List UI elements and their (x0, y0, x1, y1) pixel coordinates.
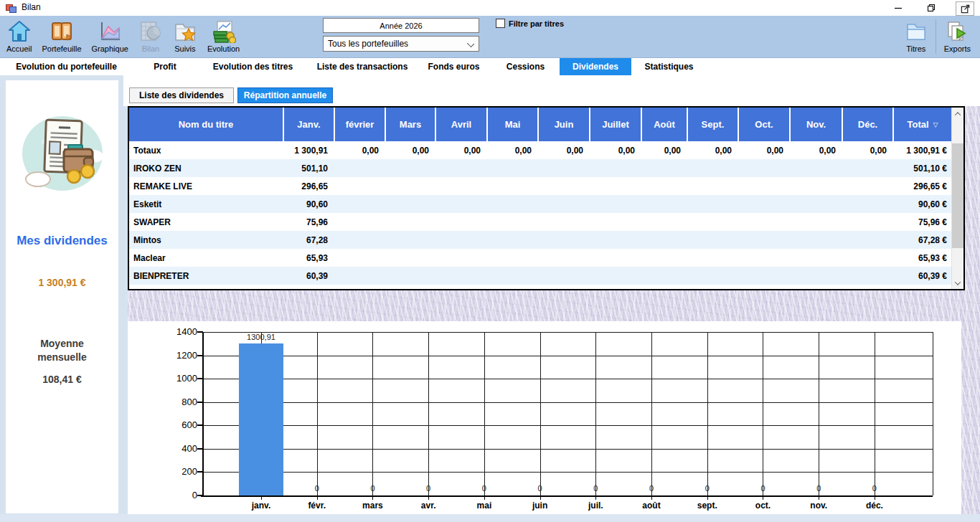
table-row-esketit[interactable]: Esketit90,6090,60 € (129, 195, 951, 213)
tab-cessions[interactable]: Cessions (491, 58, 560, 75)
y-axis-tick-label: 0 (156, 490, 197, 500)
toolbar-left-group: AccueilPortefeuilleGraphiqueBilanSuivisE… (1, 18, 245, 54)
cell-value (739, 249, 791, 267)
toolbar-button-titres[interactable]: Titres (900, 18, 933, 54)
table-header-cell[interactable]: Total▽ (894, 108, 951, 141)
cell-value (843, 159, 894, 177)
scrollbar-thumb[interactable] (952, 143, 963, 248)
table-row-totaux[interactable]: Totaux1 300,910,000,000,000,000,000,000,… (129, 141, 951, 159)
cell-value (688, 249, 739, 267)
bar-value-label: 1300,91 (232, 333, 290, 341)
cell-title-name: SWAPER (129, 213, 284, 231)
cell-title-name: BIENPRETER (129, 267, 284, 285)
table-header-cell[interactable]: Avril (436, 108, 488, 141)
column-header-total: Total (907, 119, 928, 130)
external-window-icon (960, 4, 971, 14)
tab-evolution-des-titres[interactable]: Evolution des titres (197, 58, 308, 75)
tab-statistiques[interactable]: Statistiques (631, 58, 707, 75)
subtab-liste-des-dividendes[interactable]: Liste des dividendes (129, 87, 234, 103)
report-icon (138, 19, 163, 44)
column-header-fevrier: février (346, 119, 374, 130)
table-header-cell[interactable]: Oct. (739, 108, 791, 141)
toolbar-button-exports[interactable]: Exports (939, 18, 976, 54)
sidebar-panel: Mes dividendes 1 300,91 € Moyenne mensue… (6, 80, 118, 513)
cell-value: 296,65 € (894, 177, 951, 195)
cell-value (539, 159, 590, 177)
minimize-button[interactable] (882, 0, 914, 16)
zero-value-label: 0 (400, 484, 457, 493)
plot-right-border (933, 332, 933, 495)
vertical-scrollbar[interactable] (951, 108, 963, 289)
dividends-bar-chart: 0200400600800100012001400janv.1300,91fév… (128, 321, 961, 514)
cell-value: 90,60 € (894, 195, 951, 213)
table-row-iroko-zen[interactable]: IROKO ZEN501,10501,10 € (129, 159, 951, 177)
cell-value (739, 159, 791, 177)
subtab-repartition-annuelle[interactable]: Répartition annuelle (237, 87, 333, 103)
table-row-mintos[interactable]: Mintos67,2867,28 € (129, 231, 951, 249)
table-header-cell[interactable]: Mai (488, 108, 539, 141)
table-header-cell[interactable]: Mars (386, 108, 436, 141)
dividends-illustration (17, 105, 108, 208)
cell-value: 75,96 € (894, 213, 951, 231)
cell-value (688, 159, 739, 177)
column-header-juin: Juin (555, 119, 574, 130)
cell-value (539, 195, 590, 213)
x-axis-label-janv: janv. (236, 500, 286, 511)
export-icon (945, 19, 969, 44)
tab-dividendes[interactable]: Dividendes (560, 58, 631, 75)
table-row-swaper[interactable]: SWAPER75,9675,96 € (129, 213, 951, 231)
chart-plot-area: 0200400600800100012001400janv.1300,91fév… (128, 321, 961, 514)
cell-value (335, 249, 386, 267)
scroll-down-button[interactable] (952, 277, 963, 289)
cell-value (386, 213, 436, 231)
cell-value (843, 249, 894, 267)
table-header-cell[interactable]: Juin (539, 108, 590, 141)
toolbar-button-bilan: Bilan (133, 18, 168, 54)
cell-value (436, 159, 488, 177)
tab-profit[interactable]: Profit (133, 58, 197, 75)
cell-value: 60,39 (284, 267, 335, 285)
table-row-maclear[interactable]: Maclear65,9365,93 € (129, 249, 951, 267)
filter-checkbox[interactable] (496, 19, 505, 28)
scroll-up-button[interactable] (952, 108, 963, 120)
table-header-cell[interactable]: Sept. (688, 108, 739, 141)
table-row-bienpreter[interactable]: BIENPRETER60,3960,39 € (129, 267, 951, 285)
cell-value: 0,00 (436, 141, 488, 159)
toolbar-button-portefeuille[interactable]: Portefeuille (37, 18, 86, 54)
tab-fonds-euros[interactable]: Fonds euros (416, 58, 491, 75)
toolbar-button-graphique[interactable]: Graphique (87, 18, 133, 54)
cell-value (436, 213, 488, 231)
table-header-cell[interactable]: février (335, 108, 386, 141)
gridline (484, 332, 485, 495)
toolbar-button-label: Accueil (6, 44, 32, 53)
dividends-table: Nom du titreJanv.févrierMarsAvrilMaiJuin… (128, 106, 965, 290)
portfolio-dropdown-value: Tous les portefeuilles (328, 39, 408, 49)
toolbar-button-evolution[interactable]: Evolution (202, 18, 245, 54)
bar-janv[interactable] (239, 343, 283, 495)
year-input[interactable] (323, 18, 479, 33)
filter-by-titles-control: Filtre par titres (496, 19, 564, 28)
table-header-cell[interactable]: Août (642, 108, 688, 141)
tab-evolution-du-portefeuille[interactable]: Evolution du portefeuille (0, 58, 133, 75)
cell-title-name: Mintos (129, 231, 284, 249)
table-header-cell[interactable]: Nom du titre (129, 108, 284, 141)
toolbar-button-suivis[interactable]: Suivis (168, 18, 202, 54)
cell-value: 0,00 (642, 141, 688, 159)
x-axis (201, 495, 933, 497)
x-axis-label-mai: mai (459, 500, 509, 511)
popout-button[interactable] (956, 1, 974, 16)
app-icon (6, 3, 17, 14)
gridline (651, 332, 652, 495)
table-body: Totaux1 300,910,000,000,000,000,000,000,… (129, 141, 951, 285)
restore-button[interactable] (915, 0, 947, 16)
cell-value: 501,10 (284, 159, 335, 177)
table-header-cell[interactable]: Juillet (590, 108, 642, 141)
table-header-cell[interactable]: Janv. (284, 108, 335, 141)
tab-liste-des-transactions[interactable]: Liste des transactions (308, 58, 416, 75)
table-row-remake-live[interactable]: REMAKE LIVE296,65296,65 € (129, 177, 951, 195)
portfolio-dropdown[interactable]: Tous les portefeuilles (323, 36, 479, 52)
table-header-cell[interactable]: Déc. (843, 108, 894, 141)
table-header-cell[interactable]: Nov. (791, 108, 843, 141)
toolbar-button-accueil[interactable]: Accueil (1, 18, 37, 54)
gridline (595, 332, 596, 495)
